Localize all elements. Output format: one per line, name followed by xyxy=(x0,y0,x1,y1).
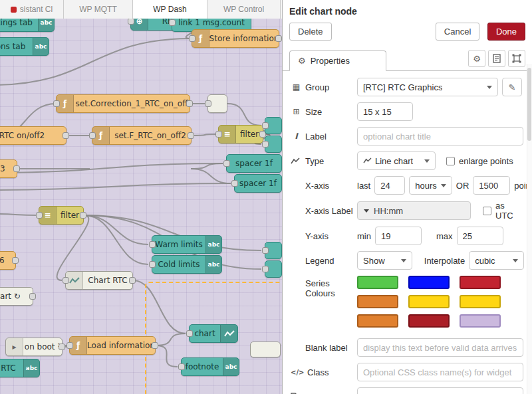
done-button[interactable]: Done xyxy=(487,23,525,41)
cancel-button[interactable]: Cancel xyxy=(436,23,479,41)
port-left[interactable] xyxy=(262,141,269,148)
port-left[interactable] xyxy=(66,342,73,349)
description-button[interactable] xyxy=(488,50,505,67)
port-right[interactable] xyxy=(59,344,65,350)
flow-tab-wp[interactable]: WP xyxy=(281,0,282,19)
class-input[interactable] xyxy=(357,363,523,381)
footnote-node[interactable]: abcfootnote xyxy=(181,357,239,376)
port-left[interactable] xyxy=(262,122,269,129)
port-left[interactable] xyxy=(223,160,230,167)
y-axis-max-input[interactable] xyxy=(457,227,503,245)
x-axis-points-input[interactable] xyxy=(473,176,510,195)
port-left[interactable] xyxy=(262,247,269,254)
port-right[interactable] xyxy=(63,132,69,139)
x-axis-last-input[interactable] xyxy=(374,176,405,195)
enlarge-points-checkbox[interactable] xyxy=(446,157,455,165)
port-left[interactable] xyxy=(189,35,196,42)
port-right[interactable] xyxy=(188,132,194,139)
label-input[interactable] xyxy=(357,127,523,146)
port-right[interactable] xyxy=(186,100,193,107)
port-left[interactable] xyxy=(169,19,176,26)
series-colour-4[interactable] xyxy=(357,295,398,308)
set-correction-node[interactable]: ƒset.Correction_1_RTC_on_off xyxy=(56,94,190,113)
port-right[interactable] xyxy=(152,342,158,349)
x-axis-unit-select[interactable]: hours xyxy=(409,176,452,195)
panel-scrollbar[interactable] xyxy=(527,64,532,394)
port-left[interactable] xyxy=(53,100,60,107)
square-node-1[interactable] xyxy=(265,117,282,134)
series-colour-7[interactable] xyxy=(357,314,398,328)
flow-tab-wp-mqtt[interactable]: WP MQTT xyxy=(64,0,133,19)
square-node-4[interactable] xyxy=(265,260,282,278)
on-boot-node[interactable]: ▸on boot ¹ xyxy=(5,338,63,356)
ons-tab-node[interactable]: abcons tab xyxy=(0,37,49,56)
flow-area[interactable]: ⊕RESETlink 1 msg.countƒStore information… xyxy=(0,0,282,394)
port-left[interactable] xyxy=(215,131,222,138)
x-axis-format-input[interactable]: HH:mm xyxy=(357,201,471,220)
panel-scrollbar-thumb[interactable] xyxy=(527,68,531,141)
port-left[interactable] xyxy=(128,18,134,25)
series-colour-8[interactable] xyxy=(408,314,450,328)
port-left[interactable] xyxy=(149,261,156,268)
port-left[interactable] xyxy=(186,330,193,337)
series-colour-9[interactable] xyxy=(460,314,501,328)
filter-node-2[interactable]: ≡filter xyxy=(39,206,84,225)
series-colour-2[interactable] xyxy=(408,276,450,289)
flow-canvas[interactable]: ⊕RESETlink 1 msg.countƒStore information… xyxy=(0,0,282,394)
node-26[interactable]: 26 xyxy=(0,251,16,270)
port-right[interactable] xyxy=(129,277,136,284)
series-colour-5[interactable] xyxy=(408,295,450,308)
misc-node[interactable] xyxy=(250,342,281,357)
rtc-onoff2-node[interactable]: RTC on/off2 xyxy=(0,126,66,145)
blank-label-input[interactable] xyxy=(357,338,523,357)
size-input[interactable] xyxy=(357,102,413,121)
store-information-node[interactable]: ƒStore information xyxy=(192,29,279,48)
as-utc-checkbox[interactable] xyxy=(483,207,491,215)
filter-node-1[interactable]: ≡filter xyxy=(218,125,263,144)
start-node[interactable]: start ↻ xyxy=(0,287,33,306)
port-left[interactable] xyxy=(178,363,185,370)
interpolate-select[interactable]: cubic xyxy=(469,251,524,270)
port-left[interactable] xyxy=(89,132,96,139)
square-node-3[interactable] xyxy=(265,242,282,259)
chart-rtc-node[interactable]: Chart RTC xyxy=(65,271,133,290)
port-left[interactable] xyxy=(231,180,238,187)
chart-node[interactable]: chart xyxy=(189,324,238,343)
node-23[interactable]: 23 xyxy=(0,159,17,178)
cold-limits-node[interactable]: abcCold limits xyxy=(152,255,222,274)
series-colour-3[interactable] xyxy=(460,276,501,289)
y-axis-min-input[interactable] xyxy=(375,227,422,245)
delete-button[interactable]: Delete xyxy=(289,23,332,41)
square-node-2[interactable] xyxy=(265,136,282,153)
port-left[interactable] xyxy=(205,100,211,107)
series-colour-1[interactable] xyxy=(357,276,398,289)
port-right[interactable] xyxy=(12,257,19,264)
legend-select[interactable]: Show xyxy=(357,251,412,270)
flow-tab-wp-dash[interactable]: WP Dash xyxy=(133,0,207,19)
edit-group-button[interactable]: ✎ xyxy=(502,78,522,96)
spacer-node-2[interactable]: spacer 1f xyxy=(234,174,282,193)
type-select[interactable]: Line chart xyxy=(357,151,436,170)
port-left[interactable] xyxy=(36,212,43,219)
node-settings-button[interactable]: ⚙ xyxy=(468,50,485,67)
group-select[interactable]: [RTC] RTC Graphics xyxy=(357,78,498,96)
spacer-node-1[interactable]: spacer 1f xyxy=(226,154,282,173)
series-colour-6[interactable] xyxy=(460,295,501,308)
port-left[interactable] xyxy=(262,266,269,272)
load-information-node[interactable]: ƒLoad information xyxy=(69,336,156,355)
relay-node[interactable] xyxy=(207,94,227,113)
port-right[interactable] xyxy=(80,212,86,219)
port-right[interactable] xyxy=(29,293,36,300)
set-f-rtc-node[interactable]: ƒset.F_RTC_on_off2 xyxy=(92,126,192,145)
flow-tab-sistant-cl[interactable]: sistant Cl xyxy=(0,0,64,19)
name-input[interactable] xyxy=(357,387,523,394)
appearance-button[interactable] xyxy=(508,50,525,67)
warm-limits-node[interactable]: abcWarm limits xyxy=(152,235,222,254)
port-right[interactable] xyxy=(275,35,282,42)
flow-tab-wp-control[interactable]: WP Control xyxy=(207,0,281,19)
port-left[interactable] xyxy=(149,241,156,248)
tab-properties[interactable]: ⚙ Properties xyxy=(289,50,386,71)
ue-rtc-node[interactable]: abcue RTC xyxy=(0,359,40,377)
port-right[interactable] xyxy=(13,165,20,172)
port-left[interactable] xyxy=(63,277,69,284)
